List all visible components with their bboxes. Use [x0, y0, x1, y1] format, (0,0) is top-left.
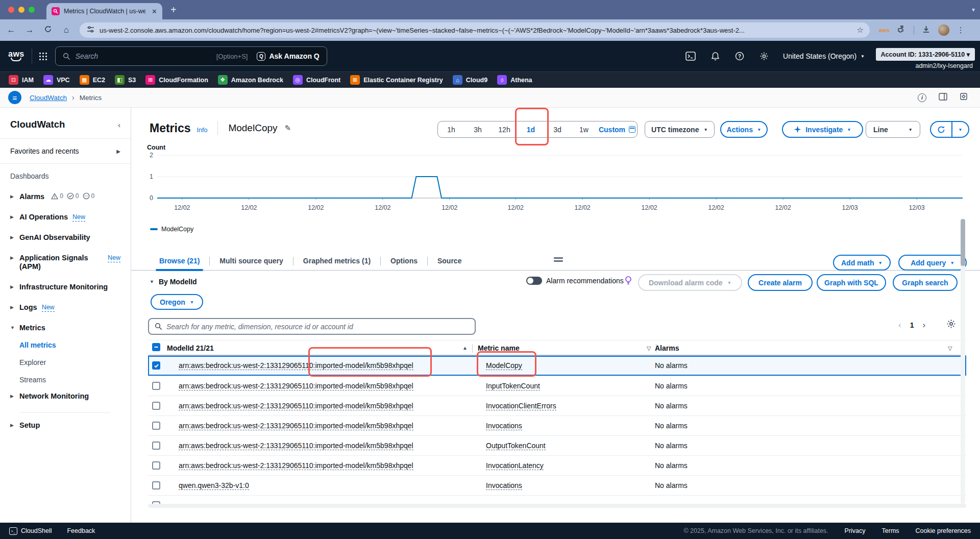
sidebar-collapse-icon[interactable]: ‹: [118, 120, 120, 129]
metric-name-link[interactable]: InputTokenCount: [486, 382, 540, 390]
profile-avatar[interactable]: [938, 24, 949, 36]
reload-icon[interactable]: [43, 25, 53, 36]
table-settings-gear-icon[interactable]: [946, 319, 956, 331]
model-id-link[interactable]: arn:aws:bedrock:us-west-2:133129065110:i…: [179, 361, 413, 370]
model-id-link[interactable]: arn:aws:bedrock:us-west-2:133129065110:i…: [179, 402, 413, 410]
filter-icon[interactable]: ▽: [647, 345, 651, 352]
service-shortcut-ec2[interactable]: ▦EC2: [80, 75, 105, 85]
table-row[interactable]: qwen.qwen3-32b-v1:0InvocationsNo alarms: [148, 475, 966, 495]
time-range-3h[interactable]: 3h: [464, 121, 491, 137]
model-id-link[interactable]: arn:aws:bedrock:us-west-2:133129065110:i…: [179, 382, 413, 390]
time-range-12h[interactable]: 12h: [491, 121, 518, 137]
metric-name-link[interactable]: InvocationLatency: [486, 461, 544, 470]
service-shortcut-s3[interactable]: ◧S3: [115, 75, 136, 85]
row-checkbox[interactable]: [152, 422, 160, 430]
row-checkbox[interactable]: [152, 442, 160, 450]
browser-tab[interactable]: Metrics | CloudWatch | us-we ✕: [46, 3, 162, 19]
tab-multi-source-query[interactable]: Multi source query: [210, 252, 292, 271]
timezone-dropdown[interactable]: UTC timezone▼: [645, 121, 715, 138]
time-range-3d[interactable]: 3d: [544, 121, 571, 137]
window-close-button[interactable]: [8, 7, 14, 13]
current-page[interactable]: 1: [910, 321, 914, 329]
resize-handle-icon[interactable]: [554, 257, 563, 263]
sidebar-item-ai-operations[interactable]: ▶AI OperationsNew: [10, 213, 120, 222]
tab-graphed-metrics-1[interactable]: Graphed metrics (1): [293, 252, 380, 271]
group-by-modelid[interactable]: ▼ By ModelId: [150, 278, 197, 286]
sidebar-item-application-signals-apm[interactable]: ▶Application Signals (APM)New: [10, 254, 120, 271]
model-id-link[interactable]: arn:aws:bedrock:us-west-2:133129065110:i…: [179, 461, 413, 470]
panel-icon[interactable]: [939, 93, 947, 103]
breadcrumb-cloudwatch-link[interactable]: CloudWatch: [30, 94, 67, 102]
alarm-recommendations-toggle[interactable]: [526, 277, 542, 285]
new-badge[interactable]: New: [72, 213, 85, 222]
cloudshell-button[interactable]: >_ CloudShell: [9, 527, 52, 535]
privacy-link[interactable]: Privacy: [845, 527, 866, 534]
new-badge[interactable]: New: [42, 304, 55, 312]
forward-icon[interactable]: →: [24, 25, 35, 35]
sidebar-item-dashboards[interactable]: Dashboards: [10, 172, 120, 181]
service-shortcut-cloudfront[interactable]: ◎CloudFront: [293, 75, 340, 85]
tab-browse-21[interactable]: Browse (21): [150, 252, 209, 271]
scrollbar-thumb[interactable]: [961, 219, 965, 266]
graph-with-sql-button[interactable]: Graph with SQL: [817, 274, 886, 291]
help-icon[interactable]: ?: [734, 52, 745, 61]
create-alarm-button[interactable]: Create alarm: [748, 274, 813, 291]
refresh-options-chevron-icon[interactable]: ▼: [952, 122, 968, 137]
tab-options[interactable]: Options: [381, 252, 427, 271]
url-text[interactable]: us-west-2.console.aws.amazon.com/cloudwa…: [100, 27, 829, 34]
new-tab-button[interactable]: +: [170, 4, 177, 16]
select-all-checkbox[interactable]: [152, 343, 160, 351]
sidebar-item-logs[interactable]: ▶LogsNew: [10, 303, 120, 312]
service-shortcut-athena[interactable]: ◊Athena: [497, 75, 532, 85]
service-shortcut-elastic-container-registry[interactable]: ⊠Elastic Container Registry: [350, 75, 443, 85]
model-id-link[interactable]: arn:aws:bedrock:us-west-2:133129065110:i…: [179, 442, 413, 450]
aws-extension-icon[interactable]: aws: [879, 27, 890, 33]
sidebar-item-setup[interactable]: ▶Setup: [10, 421, 120, 430]
metric-name-link[interactable]: InvocationClientErrors: [486, 402, 556, 410]
table-row[interactable]: arn:aws:bedrock:us-west-2:133129065110:i…: [148, 376, 966, 396]
metric-name-link[interactable]: Invocations: [486, 422, 522, 430]
table-row[interactable]: arn:aws:bedrock:us-west-2:133129065110:i…: [148, 396, 966, 415]
cloudshell-icon[interactable]: [685, 52, 696, 61]
sidebar-item-all-metrics[interactable]: All metrics: [19, 340, 120, 350]
service-shortcut-iam[interactable]: ⊡IAM: [9, 75, 34, 85]
new-badge[interactable]: New: [108, 254, 120, 262]
feedback-link[interactable]: Feedback: [67, 527, 95, 534]
metric-name-link[interactable]: Invocations: [486, 481, 522, 490]
site-settings-icon[interactable]: [87, 26, 94, 35]
graph-search-button[interactable]: Graph search: [893, 274, 958, 291]
row-checkbox[interactable]: [152, 382, 160, 390]
previous-page-icon[interactable]: ‹: [898, 320, 901, 330]
sidebar-item-genai-observability[interactable]: ▶GenAI Observability: [10, 233, 120, 242]
metric-search-input[interactable]: [166, 323, 469, 331]
investigate-dropdown[interactable]: Investigate▼: [782, 121, 863, 138]
row-checkbox[interactable]: [152, 481, 160, 489]
sidebar-item-metrics[interactable]: ▼Metrics: [10, 324, 120, 332]
actions-dropdown[interactable]: Actions▼: [720, 121, 768, 138]
sidebar-item-explorer[interactable]: Explorer: [19, 357, 120, 368]
metric-name-link[interactable]: OutputTokenCount: [486, 442, 546, 450]
back-icon[interactable]: ←: [6, 25, 16, 35]
region-filter-dropdown[interactable]: Oregon▼: [151, 294, 203, 310]
extensions-puzzle-icon[interactable]: [897, 25, 906, 36]
time-range-1h[interactable]: 1h: [438, 121, 464, 137]
sidebar-item-alarms[interactable]: ▶Alarms000: [10, 192, 120, 201]
horizontal-scrollbar[interactable]: [148, 504, 966, 508]
add-math-dropdown[interactable]: Add math▼: [833, 255, 891, 271]
settings-gear-icon[interactable]: [758, 52, 770, 61]
service-shortcut-cloudformation[interactable]: ⊞CloudFormation: [145, 75, 208, 85]
notifications-bell-icon[interactable]: [709, 52, 721, 61]
column-header-modelid[interactable]: ModelId 21/21: [167, 344, 214, 352]
refresh-split-button[interactable]: ▼: [930, 121, 969, 138]
region-selector[interactable]: United States (Oregon)▼: [783, 52, 865, 60]
row-checkbox[interactable]: [152, 461, 160, 470]
downloads-icon[interactable]: [922, 25, 930, 36]
sidebar-item-infrastructure-monitoring[interactable]: ▶Infrastructure Monitoring: [10, 283, 120, 291]
refresh-icon[interactable]: [931, 122, 952, 137]
time-range-custom[interactable]: Custom: [597, 121, 637, 137]
table-row[interactable]: arn:aws:bedrock:us-west-2:133129065110:i…: [148, 455, 966, 475]
account-menu[interactable]: Account ID: 1331-2906-5110 ▾: [876, 48, 975, 61]
side-nav-toggle-icon[interactable]: ≡: [8, 91, 21, 104]
vertical-scrollbar[interactable]: [961, 219, 965, 504]
window-zoom-button[interactable]: [29, 7, 35, 13]
